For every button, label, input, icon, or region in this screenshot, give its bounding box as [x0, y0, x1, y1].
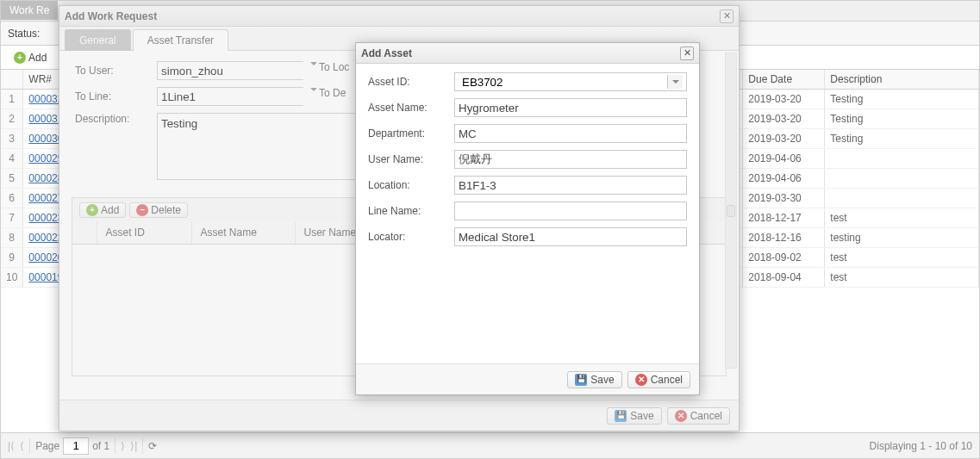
add-asset-window: Add Asset ✕ Asset ID: Asset Name: [355, 42, 700, 395]
user-name-input[interactable] [454, 150, 687, 169]
locator-label: Locator: [368, 231, 454, 243]
location-input[interactable] [454, 176, 687, 195]
asset-name-input[interactable] [454, 98, 687, 117]
cancel-icon: ✕ [635, 374, 647, 386]
asset-id-input[interactable] [459, 73, 667, 90]
viewport: Work Re Status: + Add WR# sted Dat Due D… [0, 0, 980, 459]
location-label: Location: [368, 179, 454, 191]
locator-input[interactable] [454, 227, 687, 246]
asset-footer: 💾 Save ✕ Cancel [356, 363, 699, 394]
asset-id-combo[interactable] [454, 72, 687, 91]
department-label: Department: [368, 127, 454, 140]
line-name-label: Line Name: [368, 205, 454, 217]
asset-title: Add Asset [361, 47, 412, 59]
close-icon[interactable]: ✕ [680, 47, 694, 60]
asset-cancel-button[interactable]: ✕ Cancel [627, 371, 690, 388]
asset-id-label: Asset ID: [368, 76, 454, 88]
add-asset-form: Asset ID: Asset Name: Department: [356, 64, 699, 262]
save-icon: 💾 [575, 374, 587, 386]
line-name-input[interactable] [454, 202, 687, 220]
chevron-down-icon[interactable] [667, 75, 683, 89]
asset-name-label: Asset Name: [368, 102, 454, 114]
user-name-label: User Name: [368, 153, 454, 165]
department-input[interactable] [454, 124, 687, 143]
asset-titlebar: Add Asset ✕ [356, 43, 699, 64]
asset-save-button[interactable]: 💾 Save [567, 371, 621, 388]
